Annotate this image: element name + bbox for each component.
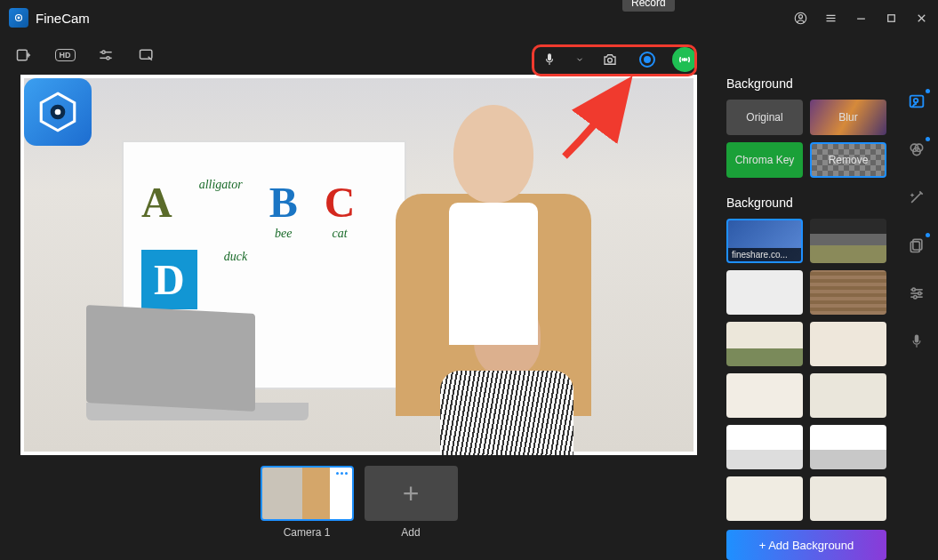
background-heading: Background (726, 76, 886, 91)
bg-thumb-2[interactable] (726, 270, 803, 315)
scene-thumb-1[interactable] (261, 466, 354, 521)
add-scene-label: Add (365, 526, 458, 539)
record-button[interactable] (635, 47, 660, 72)
bg-mode-chroma[interactable]: Chroma Key (726, 142, 803, 178)
preview-canvas[interactable]: A alligator Bbee Ccat D duck (20, 75, 697, 455)
rail-sliders-icon[interactable] (906, 283, 927, 304)
bg-thumb-11[interactable] (810, 476, 886, 521)
bg-thumb-6[interactable] (726, 373, 803, 418)
svg-rect-8 (887, 14, 894, 21)
bg-thumb-0[interactable]: fineshare.co... (726, 219, 803, 263)
bg-thumb-8[interactable] (726, 425, 803, 469)
hd-button[interactable]: HD (53, 45, 76, 65)
bg-thumb-1[interactable] (810, 219, 886, 263)
svg-point-17 (107, 57, 109, 60)
scene-strip: Camera 1 + Add (261, 466, 458, 539)
bg-mode-remove[interactable]: Remove (810, 142, 886, 178)
bg-thumb-5[interactable] (810, 322, 886, 366)
svg-rect-39 (916, 345, 917, 348)
bg-mode-original[interactable]: Original (726, 100, 803, 135)
bg-thumb-9[interactable] (810, 425, 886, 469)
bg-thumb-10[interactable] (726, 476, 803, 521)
maximize-button[interactable] (883, 10, 899, 26)
app-title: FineCam (36, 11, 90, 26)
minimize-button[interactable] (853, 10, 869, 26)
add-source-button[interactable] (12, 45, 36, 65)
laptop-prop (86, 309, 317, 434)
mic-dropdown-icon[interactable] (574, 47, 585, 72)
rail-background-icon[interactable] (906, 91, 927, 112)
right-rail (895, 75, 938, 560)
svg-rect-11 (18, 50, 28, 60)
svg-rect-18 (140, 50, 152, 59)
app-logo-icon (9, 8, 28, 28)
svg-point-3 (798, 14, 802, 18)
rail-mic-icon[interactable] (906, 331, 927, 352)
svg-point-37 (918, 292, 921, 294)
svg-point-36 (912, 288, 915, 291)
recording-controls (537, 47, 697, 72)
svg-point-38 (914, 296, 917, 299)
svg-point-1 (18, 17, 20, 20)
svg-point-25 (55, 109, 61, 116)
account-icon[interactable] (792, 10, 808, 26)
stream-button[interactable] (672, 47, 697, 72)
svg-point-21 (684, 59, 685, 60)
titlebar: FineCam (0, 0, 938, 36)
watermark-icon (24, 78, 92, 146)
snapshot-button[interactable] (597, 47, 622, 72)
rail-filter-icon[interactable] (906, 139, 927, 160)
menu-icon[interactable] (822, 10, 838, 26)
mic-button[interactable] (537, 47, 562, 72)
svg-rect-19 (549, 62, 549, 65)
scene-label: Camera 1 (261, 526, 354, 539)
add-background-button[interactable]: + Add Background (726, 530, 886, 560)
rail-magic-icon[interactable] (906, 187, 927, 208)
background-panel: Background Original Blur Chroma Key Remo… (718, 75, 895, 560)
bg-mode-blur[interactable]: Blur (810, 100, 886, 135)
bg-thumb-3[interactable] (810, 270, 886, 315)
background-heading-2: Background (726, 196, 886, 210)
svg-point-16 (102, 51, 105, 53)
add-scene-button[interactable]: + (365, 466, 458, 521)
record-tooltip: Record (622, 0, 675, 12)
bg-thumb-4[interactable] (726, 322, 803, 366)
rail-layers-icon[interactable] (906, 235, 927, 256)
svg-point-27 (914, 99, 918, 103)
close-button[interactable] (913, 10, 929, 26)
toolbar: HD (0, 36, 938, 75)
svg-rect-26 (910, 96, 924, 108)
background-thumbnails: fineshare.co... (726, 219, 886, 521)
svg-point-20 (608, 58, 613, 62)
adjust-icon[interactable] (94, 45, 117, 65)
annotate-icon[interactable] (135, 45, 158, 65)
bg-thumb-7[interactable] (810, 373, 886, 418)
